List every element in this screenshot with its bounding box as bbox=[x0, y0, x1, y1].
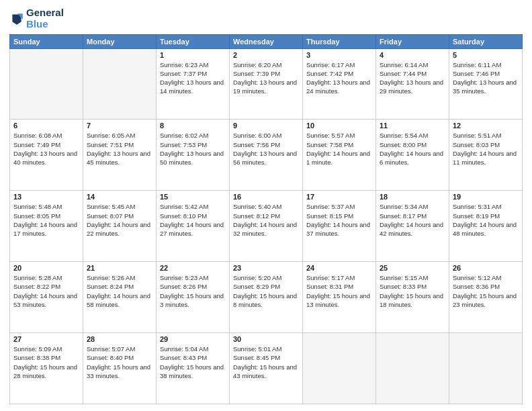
day-info: Sunrise: 5:15 AM Sunset: 8:33 PM Dayligh… bbox=[380, 273, 445, 309]
calendar-cell: 17Sunrise: 5:37 AM Sunset: 8:15 PM Dayli… bbox=[303, 191, 376, 262]
calendar-cell: 2Sunrise: 6:20 AM Sunset: 7:39 PM Daylig… bbox=[230, 48, 303, 120]
day-of-week-wednesday: Wednesday bbox=[230, 34, 303, 48]
week-row-5: 27Sunrise: 5:09 AM Sunset: 8:38 PM Dayli… bbox=[10, 333, 523, 404]
day-info: Sunrise: 5:37 AM Sunset: 8:15 PM Dayligh… bbox=[306, 202, 372, 238]
header: General Blue bbox=[9, 7, 523, 30]
calendar-cell: 1Sunrise: 6:23 AM Sunset: 7:37 PM Daylig… bbox=[157, 48, 230, 120]
calendar-cell bbox=[83, 48, 157, 120]
calendar-cell: 25Sunrise: 5:15 AM Sunset: 8:33 PM Dayli… bbox=[376, 262, 449, 333]
day-info: Sunrise: 5:20 AM Sunset: 8:29 PM Dayligh… bbox=[233, 273, 299, 309]
day-number: 9 bbox=[233, 122, 299, 130]
day-number: 22 bbox=[160, 264, 226, 272]
calendar-cell: 15Sunrise: 5:42 AM Sunset: 8:10 PM Dayli… bbox=[157, 191, 230, 262]
day-number: 7 bbox=[87, 122, 152, 130]
day-number: 14 bbox=[87, 193, 152, 201]
day-info: Sunrise: 5:17 AM Sunset: 8:31 PM Dayligh… bbox=[306, 273, 372, 309]
calendar-cell: 10Sunrise: 5:57 AM Sunset: 7:58 PM Dayli… bbox=[303, 120, 376, 191]
day-number: 13 bbox=[13, 193, 79, 201]
calendar-cell: 3Sunrise: 6:17 AM Sunset: 7:42 PM Daylig… bbox=[303, 48, 376, 120]
day-info: Sunrise: 6:17 AM Sunset: 7:42 PM Dayligh… bbox=[306, 60, 372, 96]
week-row-3: 13Sunrise: 5:48 AM Sunset: 8:05 PM Dayli… bbox=[10, 191, 523, 262]
calendar-cell bbox=[376, 333, 449, 404]
calendar-cell: 11Sunrise: 5:54 AM Sunset: 8:00 PM Dayli… bbox=[376, 120, 449, 191]
day-number: 6 bbox=[13, 122, 79, 130]
day-number: 19 bbox=[453, 193, 519, 201]
week-row-2: 6Sunrise: 6:08 AM Sunset: 7:49 PM Daylig… bbox=[10, 120, 523, 191]
day-number: 17 bbox=[306, 193, 372, 201]
day-info: Sunrise: 6:20 AM Sunset: 7:39 PM Dayligh… bbox=[233, 60, 299, 96]
day-number: 4 bbox=[380, 51, 445, 59]
day-number: 5 bbox=[453, 51, 519, 59]
logo-text: General Blue bbox=[26, 7, 64, 30]
calendar-cell: 28Sunrise: 5:07 AM Sunset: 8:40 PM Dayli… bbox=[83, 333, 157, 404]
day-number: 26 bbox=[453, 264, 519, 272]
calendar-cell: 9Sunrise: 6:00 AM Sunset: 7:56 PM Daylig… bbox=[230, 120, 303, 191]
day-info: Sunrise: 5:12 AM Sunset: 8:36 PM Dayligh… bbox=[453, 273, 519, 309]
calendar-cell: 24Sunrise: 5:17 AM Sunset: 8:31 PM Dayli… bbox=[303, 262, 376, 333]
calendar-cell: 30Sunrise: 5:01 AM Sunset: 8:45 PM Dayli… bbox=[230, 333, 303, 404]
calendar-cell: 21Sunrise: 5:26 AM Sunset: 8:24 PM Dayli… bbox=[83, 262, 157, 333]
day-info: Sunrise: 5:26 AM Sunset: 8:24 PM Dayligh… bbox=[87, 273, 152, 309]
day-number: 1 bbox=[160, 51, 226, 59]
day-number: 16 bbox=[233, 193, 299, 201]
day-number: 11 bbox=[380, 122, 445, 130]
day-number: 21 bbox=[87, 264, 152, 272]
calendar-cell: 29Sunrise: 5:04 AM Sunset: 8:43 PM Dayli… bbox=[157, 333, 230, 404]
day-number: 20 bbox=[13, 264, 79, 272]
calendar-cell: 8Sunrise: 6:02 AM Sunset: 7:53 PM Daylig… bbox=[157, 120, 230, 191]
calendar-cell: 16Sunrise: 5:40 AM Sunset: 8:12 PM Dayli… bbox=[230, 191, 303, 262]
calendar-cell: 13Sunrise: 5:48 AM Sunset: 8:05 PM Dayli… bbox=[10, 191, 83, 262]
day-number: 30 bbox=[233, 335, 299, 343]
day-info: Sunrise: 6:14 AM Sunset: 7:44 PM Dayligh… bbox=[380, 60, 445, 96]
calendar-cell: 26Sunrise: 5:12 AM Sunset: 8:36 PM Dayli… bbox=[449, 262, 523, 333]
calendar-cell: 7Sunrise: 6:05 AM Sunset: 7:51 PM Daylig… bbox=[83, 120, 157, 191]
calendar-cell bbox=[449, 333, 523, 404]
calendar-cell bbox=[303, 333, 376, 404]
logo-icon bbox=[9, 11, 24, 26]
day-info: Sunrise: 5:42 AM Sunset: 8:10 PM Dayligh… bbox=[160, 202, 226, 238]
calendar-cell: 18Sunrise: 5:34 AM Sunset: 8:17 PM Dayli… bbox=[376, 191, 449, 262]
day-number: 3 bbox=[306, 51, 372, 59]
day-number: 29 bbox=[160, 335, 226, 343]
day-info: Sunrise: 6:02 AM Sunset: 7:53 PM Dayligh… bbox=[160, 131, 226, 167]
calendar-cell: 5Sunrise: 6:11 AM Sunset: 7:46 PM Daylig… bbox=[449, 48, 523, 120]
day-info: Sunrise: 5:54 AM Sunset: 8:00 PM Dayligh… bbox=[380, 131, 445, 167]
day-number: 18 bbox=[380, 193, 445, 201]
day-info: Sunrise: 5:01 AM Sunset: 8:45 PM Dayligh… bbox=[233, 345, 299, 380]
day-of-week-saturday: Saturday bbox=[449, 34, 523, 48]
day-info: Sunrise: 5:48 AM Sunset: 8:05 PM Dayligh… bbox=[13, 202, 79, 238]
calendar-cell: 23Sunrise: 5:20 AM Sunset: 8:29 PM Dayli… bbox=[230, 262, 303, 333]
calendar-cell: 4Sunrise: 6:14 AM Sunset: 7:44 PM Daylig… bbox=[376, 48, 449, 120]
day-of-week-sunday: Sunday bbox=[10, 34, 83, 48]
day-info: Sunrise: 5:28 AM Sunset: 8:22 PM Dayligh… bbox=[13, 273, 79, 309]
calendar-header: SundayMondayTuesdayWednesdayThursdayFrid… bbox=[10, 34, 523, 48]
calendar-cell: 19Sunrise: 5:31 AM Sunset: 8:19 PM Dayli… bbox=[449, 191, 523, 262]
calendar-cell: 14Sunrise: 5:45 AM Sunset: 8:07 PM Dayli… bbox=[83, 191, 157, 262]
day-info: Sunrise: 5:57 AM Sunset: 7:58 PM Dayligh… bbox=[306, 131, 372, 167]
calendar-table: SundayMondayTuesdayWednesdayThursdayFrid… bbox=[9, 34, 523, 405]
week-row-1: 1Sunrise: 6:23 AM Sunset: 7:37 PM Daylig… bbox=[10, 48, 523, 120]
day-info: Sunrise: 5:51 AM Sunset: 8:03 PM Dayligh… bbox=[453, 131, 519, 167]
day-number: 15 bbox=[160, 193, 226, 201]
day-info: Sunrise: 6:08 AM Sunset: 7:49 PM Dayligh… bbox=[13, 131, 79, 167]
day-number: 25 bbox=[380, 264, 445, 272]
day-of-week-monday: Monday bbox=[83, 34, 157, 48]
day-number: 8 bbox=[160, 122, 226, 130]
day-of-week-friday: Friday bbox=[376, 34, 449, 48]
days-of-week-row: SundayMondayTuesdayWednesdayThursdayFrid… bbox=[10, 34, 523, 48]
calendar-cell: 12Sunrise: 5:51 AM Sunset: 8:03 PM Dayli… bbox=[449, 120, 523, 191]
calendar-cell: 6Sunrise: 6:08 AM Sunset: 7:49 PM Daylig… bbox=[10, 120, 83, 191]
day-number: 2 bbox=[233, 51, 299, 59]
calendar-cell: 22Sunrise: 5:23 AM Sunset: 8:26 PM Dayli… bbox=[157, 262, 230, 333]
day-info: Sunrise: 5:31 AM Sunset: 8:19 PM Dayligh… bbox=[453, 202, 519, 238]
day-info: Sunrise: 6:00 AM Sunset: 7:56 PM Dayligh… bbox=[233, 131, 299, 167]
day-info: Sunrise: 6:05 AM Sunset: 7:51 PM Dayligh… bbox=[87, 131, 152, 167]
day-number: 12 bbox=[453, 122, 519, 130]
calendar-cell bbox=[10, 48, 83, 120]
day-number: 24 bbox=[306, 264, 372, 272]
day-info: Sunrise: 5:23 AM Sunset: 8:26 PM Dayligh… bbox=[160, 273, 226, 309]
calendar-cell: 20Sunrise: 5:28 AM Sunset: 8:22 PM Dayli… bbox=[10, 262, 83, 333]
day-info: Sunrise: 5:45 AM Sunset: 8:07 PM Dayligh… bbox=[87, 202, 152, 238]
day-of-week-tuesday: Tuesday bbox=[157, 34, 230, 48]
logo: General Blue bbox=[9, 7, 64, 30]
